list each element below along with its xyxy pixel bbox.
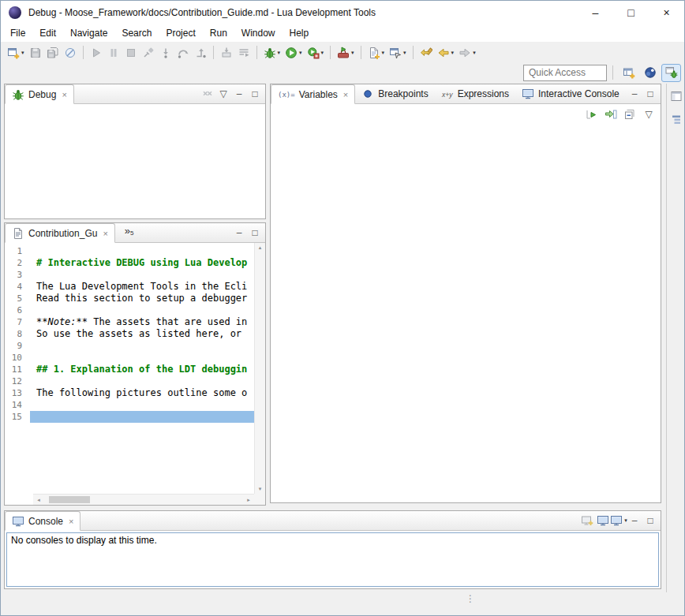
- new-lua-file-button[interactable]: ▾: [366, 44, 387, 62]
- debug-button[interactable]: ▾: [262, 44, 283, 62]
- debug-dropdown-arrow[interactable]: ▾: [278, 50, 281, 56]
- save-button[interactable]: [28, 44, 43, 62]
- open-console-menu-button[interactable]: ▾: [611, 513, 627, 528]
- line-number[interactable]: 13: [5, 387, 30, 399]
- minimize-view-button[interactable]: –: [627, 513, 642, 528]
- maximize-view-button[interactable]: □: [247, 225, 263, 241]
- line-number[interactable]: 10: [5, 352, 30, 364]
- step-into-button[interactable]: [158, 44, 174, 62]
- tab-interactive-console[interactable]: Interactive Console: [515, 84, 626, 103]
- close-window-button[interactable]: ×: [649, 1, 684, 24]
- tab-breakpoints[interactable]: Breakpoints: [355, 84, 434, 103]
- menu-edit[interactable]: Edit: [32, 25, 63, 41]
- editor-horizontal-scrollbar[interactable]: ◂ ▸: [33, 494, 254, 505]
- tab-console[interactable]: Console×: [5, 511, 80, 531]
- lua-perspective-button[interactable]: [640, 64, 660, 82]
- minimize-view-button[interactable]: –: [231, 86, 247, 102]
- line-number[interactable]: 4: [5, 281, 30, 293]
- back-button[interactable]: ▾: [436, 44, 456, 62]
- external-tools-button[interactable]: ▾: [335, 44, 356, 62]
- scroll-down-icon[interactable]: ▾: [259, 486, 262, 492]
- scroll-up-icon[interactable]: ▴: [259, 245, 262, 251]
- show-logical-structures-button[interactable]: [603, 106, 619, 122]
- open-perspective-button[interactable]: [619, 64, 638, 82]
- save-all-button[interactable]: [45, 44, 61, 62]
- maximize-window-button[interactable]: □: [613, 1, 649, 24]
- close-tab-icon[interactable]: ×: [343, 90, 348, 99]
- view-menu-button[interactable]: ▽: [641, 106, 657, 122]
- close-tab-icon[interactable]: ×: [69, 517, 73, 526]
- tab-variables[interactable]: (x)=Variables×: [271, 84, 355, 104]
- line-number[interactable]: 15: [5, 411, 30, 423]
- skip-all-breakpoints-button[interactable]: [62, 44, 78, 62]
- step-return-button[interactable]: [193, 44, 208, 62]
- line-number[interactable]: 7: [5, 316, 30, 328]
- line-number[interactable]: 8: [5, 328, 30, 340]
- line-number[interactable]: 12: [5, 375, 30, 387]
- line-number[interactable]: 6: [5, 304, 30, 316]
- run-button[interactable]: ▾: [283, 44, 304, 62]
- tab-expressions[interactable]: x+yExpressions: [435, 84, 515, 103]
- close-tab-icon[interactable]: ×: [62, 90, 66, 99]
- hidden-editors-chevron[interactable]: »5: [115, 223, 140, 242]
- line-number[interactable]: 2: [5, 257, 30, 269]
- menu-run[interactable]: Run: [203, 25, 234, 41]
- maximize-view-button[interactable]: □: [642, 513, 658, 528]
- scroll-left-icon[interactable]: ◂: [33, 495, 44, 505]
- minimized-outline-view-button[interactable]: [668, 112, 684, 128]
- scroll-right-icon[interactable]: ▸: [243, 495, 254, 505]
- line-number[interactable]: 3: [5, 269, 30, 281]
- tab-contribution-guide[interactable]: Contribution_Gu×: [5, 223, 115, 243]
- horizontal-scrollbar-thumb[interactable]: [49, 496, 90, 503]
- app-logo-icon[interactable]: [9, 6, 21, 19]
- forward-button[interactable]: ▾: [457, 44, 477, 62]
- maximize-view-button[interactable]: □: [247, 86, 263, 102]
- menu-navigate[interactable]: Navigate: [63, 25, 114, 41]
- menu-search[interactable]: Search: [114, 25, 159, 41]
- drop-to-frame-button[interactable]: [219, 44, 234, 62]
- resume-button[interactable]: [88, 44, 104, 62]
- close-tab-icon[interactable]: ×: [103, 229, 107, 238]
- sash-handle[interactable]: ⋮: [466, 594, 475, 603]
- show-type-names-button[interactable]: [584, 106, 600, 122]
- terminate-button[interactable]: [123, 44, 139, 62]
- collapse-all-button[interactable]: [622, 106, 638, 122]
- disconnect-button[interactable]: [140, 44, 156, 62]
- run-history-button[interactable]: ▾: [305, 44, 326, 62]
- minimize-view-button[interactable]: –: [231, 225, 247, 241]
- line-number[interactable]: 11: [5, 364, 30, 375]
- debug-perspective-button[interactable]: [661, 64, 681, 82]
- run-history-dropdown-arrow[interactable]: ▾: [321, 50, 324, 56]
- forward-dropdown-arrow[interactable]: ▾: [473, 50, 476, 56]
- minimize-view-button[interactable]: –: [627, 86, 642, 102]
- back-dropdown-arrow[interactable]: ▾: [451, 50, 455, 56]
- run-dropdown-arrow[interactable]: ▾: [299, 50, 302, 56]
- menu-project[interactable]: Project: [159, 25, 202, 41]
- new-dropdown-arrow[interactable]: ▾: [21, 50, 24, 56]
- restore-minimized-view-button[interactable]: [668, 88, 684, 104]
- maximize-view-button[interactable]: □: [642, 86, 658, 102]
- open-element-dropdown-arrow[interactable]: ▾: [403, 50, 406, 56]
- new-button[interactable]: ▾: [6, 44, 26, 62]
- menu-help[interactable]: Help: [283, 25, 316, 41]
- menu-window[interactable]: Window: [234, 25, 283, 41]
- editor-text-area[interactable]: 12# Interactive DEBUG using Lua Develop3…: [5, 243, 265, 505]
- last-edit-location-button[interactable]: [418, 44, 434, 62]
- new-lua-file-dropdown-arrow[interactable]: ▾: [382, 50, 385, 56]
- view-menu-button[interactable]: ▽: [215, 86, 231, 102]
- use-step-filters-button[interactable]: [236, 44, 252, 62]
- tab-debug[interactable]: Debug×: [5, 84, 74, 104]
- suspend-button[interactable]: [106, 44, 122, 62]
- external-tools-dropdown-arrow[interactable]: ▾: [351, 50, 354, 56]
- display-selected-console-button[interactable]: [595, 513, 611, 528]
- open-element-button[interactable]: ▾: [387, 44, 408, 62]
- line-number[interactable]: 14: [5, 399, 30, 411]
- open-console-button[interactable]: [579, 513, 595, 528]
- line-number[interactable]: 5: [5, 293, 30, 304]
- quick-access-input[interactable]: [523, 65, 607, 81]
- minimize-window-button[interactable]: –: [578, 1, 613, 24]
- console-output-area[interactable]: No consoles to display at this time.: [6, 532, 659, 587]
- line-number[interactable]: 1: [5, 245, 30, 257]
- line-number[interactable]: 9: [5, 340, 30, 352]
- step-over-button[interactable]: [175, 44, 191, 62]
